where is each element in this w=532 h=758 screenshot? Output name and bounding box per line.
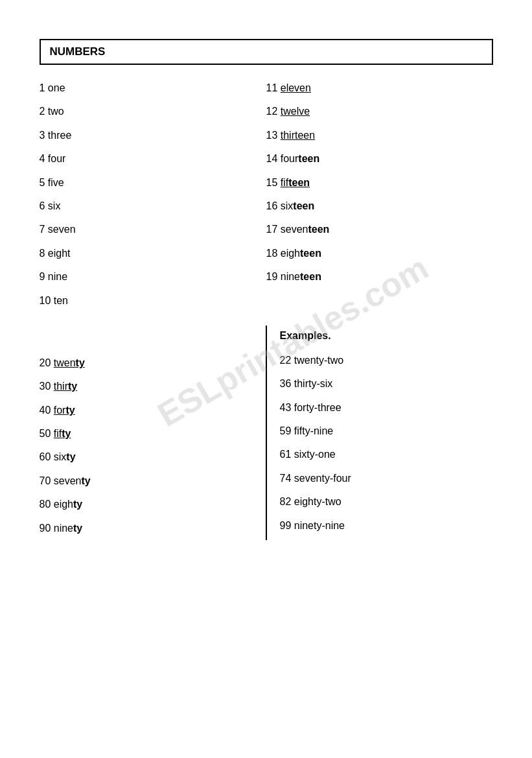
list-item: 22 twenty-two: [280, 349, 493, 372]
list-item: 11 eleven: [266, 77, 493, 100]
list-item: 59 fifty-nine: [280, 420, 493, 443]
list-item: 2 two: [40, 100, 266, 123]
list-item: 1 one: [40, 77, 266, 100]
list-item: 50 fifty: [40, 422, 253, 445]
list-item: 80 eighty: [40, 493, 253, 516]
list-item: 4 four: [40, 147, 266, 171]
list-item: 30 thirty: [40, 375, 253, 398]
list-item: 16 sixteen: [266, 195, 493, 218]
list-item: 82 eighty-two: [280, 490, 493, 514]
header-box: NUMBERS: [40, 39, 493, 65]
list-item: 10 ten: [40, 289, 266, 313]
list-item: 9 nine: [40, 265, 266, 289]
tens-left-col: 20 twenty 30 thirty 40 forty 50 fifty 60…: [40, 326, 266, 540]
page: ESLprintables.com NUMBERS 1 one 2 two 3 …: [27, 0, 506, 579]
list-item: 74 seventy-four: [280, 467, 493, 490]
list-item: 7 seven: [40, 218, 266, 241]
examples-label: Examples.: [280, 326, 493, 346]
list-item: 14 fourteen: [266, 147, 493, 171]
numbers-grid-top: 1 one 2 two 3 three 4 four 5 five 6 six …: [40, 77, 493, 313]
list-item: 15 fifteen: [266, 171, 493, 195]
numbers-right-col: 11 eleven 12 twelve 13 thirteen 14 fourt…: [266, 77, 493, 313]
list-item: 70 seventy: [40, 469, 253, 493]
list-item: 61 sixty-one: [280, 443, 493, 466]
list-item: 13 thirteen: [266, 124, 493, 147]
list-item: 3 three: [40, 124, 266, 147]
list-item: 18 eighteen: [266, 242, 493, 265]
list-item: 90 ninety: [40, 517, 253, 540]
list-item: 20 twenty: [40, 351, 253, 375]
list-item: 12 twelve: [266, 100, 493, 123]
list-item: 43 forty-three: [280, 396, 493, 420]
list-item: 17 seventeen: [266, 218, 493, 241]
list-item: 5 five: [40, 171, 266, 195]
numbers-left-col: 1 one 2 two 3 three 4 four 5 five 6 six …: [40, 77, 266, 313]
list-item: 40 forty: [40, 399, 253, 422]
list-item: 99 ninety-nine: [280, 514, 493, 538]
examples-right-col: Examples. 22 twenty-two 36 thirty-six 43…: [267, 326, 493, 540]
list-item: 6 six: [40, 195, 266, 218]
list-item: 36 thirty-six: [280, 372, 493, 396]
list-item: 60 sixty: [40, 445, 253, 469]
list-item: 19 nineteen: [266, 265, 493, 289]
header-title: NUMBERS: [50, 45, 106, 58]
list-item: 8 eight: [40, 242, 266, 265]
divider-section: 20 twenty 30 thirty 40 forty 50 fifty 60…: [40, 326, 493, 540]
